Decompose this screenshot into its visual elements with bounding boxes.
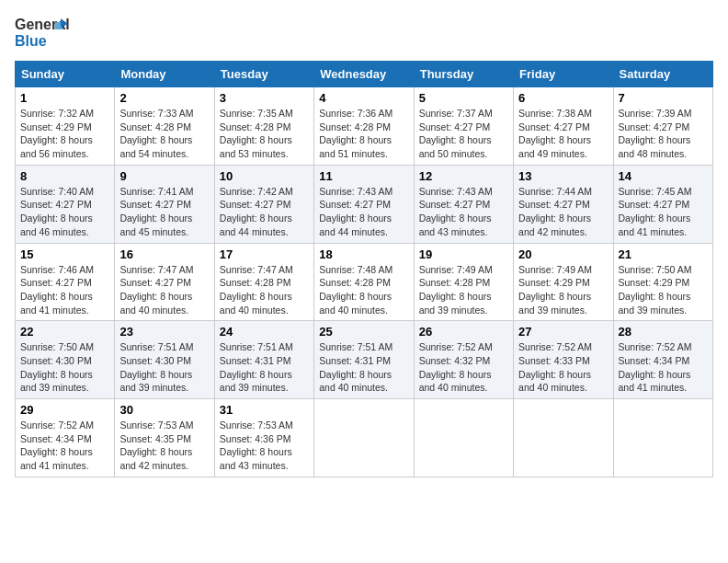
day-number: 3 <box>220 91 309 105</box>
calendar-cell: 7Sunrise: 7:39 AMSunset: 4:27 PMDaylight… <box>613 87 712 166</box>
calendar-cell: 21Sunrise: 7:50 AMSunset: 4:29 PMDayligh… <box>613 243 712 321</box>
day-number: 26 <box>419 325 508 339</box>
calendar-cell: 9Sunrise: 7:41 AMSunset: 4:27 PMDaylight… <box>115 165 214 243</box>
cell-info: Sunrise: 7:52 AMSunset: 4:34 PMDaylight:… <box>20 419 109 473</box>
day-number: 20 <box>518 247 608 261</box>
calendar-cell: 30Sunrise: 7:53 AMSunset: 4:35 PMDayligh… <box>115 399 214 477</box>
cell-info: Sunrise: 7:50 AMSunset: 4:29 PMDaylight:… <box>619 263 708 317</box>
page-header: GeneralBlue <box>15 15 713 53</box>
cell-info: Sunrise: 7:51 AMSunset: 4:31 PMDaylight:… <box>319 340 408 395</box>
day-number: 18 <box>319 247 408 261</box>
cell-info: Sunrise: 7:51 AMSunset: 4:30 PMDaylight:… <box>119 340 209 395</box>
day-number: 25 <box>319 325 408 339</box>
cell-info: Sunrise: 7:52 AMSunset: 4:32 PMDaylight:… <box>419 340 508 395</box>
day-number: 11 <box>319 169 408 183</box>
day-number: 30 <box>119 403 209 417</box>
day-of-week-header: Sunday <box>16 62 115 87</box>
cell-info: Sunrise: 7:43 AMSunset: 4:27 PMDaylight:… <box>319 185 408 239</box>
day-number: 7 <box>619 91 708 105</box>
calendar-cell: 28Sunrise: 7:52 AMSunset: 4:34 PMDayligh… <box>613 321 712 399</box>
cell-info: Sunrise: 7:43 AMSunset: 4:27 PMDaylight:… <box>419 185 508 239</box>
cell-info: Sunrise: 7:48 AMSunset: 4:28 PMDaylight:… <box>319 263 408 317</box>
day-of-week-header: Friday <box>514 62 613 87</box>
calendar-cell: 31Sunrise: 7:53 AMSunset: 4:36 PMDayligh… <box>214 399 313 477</box>
day-number: 15 <box>20 247 109 261</box>
day-number: 14 <box>619 169 708 183</box>
day-number: 21 <box>619 247 708 261</box>
day-number: 17 <box>220 247 309 261</box>
calendar-week-row: 15Sunrise: 7:46 AMSunset: 4:27 PMDayligh… <box>16 243 713 321</box>
day-number: 22 <box>20 325 109 339</box>
calendar-cell: 2Sunrise: 7:33 AMSunset: 4:28 PMDaylight… <box>115 87 214 166</box>
day-number: 12 <box>419 169 508 183</box>
cell-info: Sunrise: 7:45 AMSunset: 4:27 PMDaylight:… <box>619 185 708 239</box>
calendar-cell: 22Sunrise: 7:50 AMSunset: 4:30 PMDayligh… <box>16 321 115 399</box>
cell-info: Sunrise: 7:33 AMSunset: 4:28 PMDaylight:… <box>119 107 209 161</box>
calendar-cell: 16Sunrise: 7:47 AMSunset: 4:27 PMDayligh… <box>115 243 214 321</box>
calendar-cell: 26Sunrise: 7:52 AMSunset: 4:32 PMDayligh… <box>414 321 513 399</box>
cell-info: Sunrise: 7:52 AMSunset: 4:33 PMDaylight:… <box>518 340 608 395</box>
calendar-week-row: 8Sunrise: 7:40 AMSunset: 4:27 PMDaylight… <box>16 165 713 243</box>
cell-info: Sunrise: 7:49 AMSunset: 4:28 PMDaylight:… <box>419 263 508 317</box>
day-of-week-header: Monday <box>115 62 214 87</box>
calendar-cell: 5Sunrise: 7:37 AMSunset: 4:27 PMDaylight… <box>414 87 513 166</box>
calendar-cell: 8Sunrise: 7:40 AMSunset: 4:27 PMDaylight… <box>16 165 115 243</box>
day-number: 6 <box>518 91 608 105</box>
logo: GeneralBlue <box>15 15 70 53</box>
calendar-cell: 20Sunrise: 7:49 AMSunset: 4:29 PMDayligh… <box>514 243 613 321</box>
cell-info: Sunrise: 7:53 AMSunset: 4:36 PMDaylight:… <box>220 419 309 473</box>
cell-info: Sunrise: 7:37 AMSunset: 4:27 PMDaylight:… <box>419 107 508 161</box>
calendar-week-row: 22Sunrise: 7:50 AMSunset: 4:30 PMDayligh… <box>16 321 713 399</box>
calendar-week-row: 29Sunrise: 7:52 AMSunset: 4:34 PMDayligh… <box>16 399 713 477</box>
day-number: 8 <box>20 169 109 183</box>
day-number: 9 <box>119 169 209 183</box>
cell-info: Sunrise: 7:52 AMSunset: 4:34 PMDaylight:… <box>619 340 708 395</box>
calendar-cell: 29Sunrise: 7:52 AMSunset: 4:34 PMDayligh… <box>16 399 115 477</box>
cell-info: Sunrise: 7:53 AMSunset: 4:35 PMDaylight:… <box>119 419 209 473</box>
day-number: 5 <box>419 91 508 105</box>
day-number: 16 <box>119 247 209 261</box>
day-number: 1 <box>20 91 109 105</box>
calendar-cell: 23Sunrise: 7:51 AMSunset: 4:30 PMDayligh… <box>115 321 214 399</box>
calendar-table: SundayMondayTuesdayWednesdayThursdayFrid… <box>15 61 713 477</box>
calendar-cell <box>613 399 712 477</box>
cell-info: Sunrise: 7:47 AMSunset: 4:27 PMDaylight:… <box>119 263 209 317</box>
day-number: 2 <box>119 91 209 105</box>
cell-info: Sunrise: 7:44 AMSunset: 4:27 PMDaylight:… <box>518 185 608 239</box>
day-number: 27 <box>518 325 608 339</box>
day-number: 4 <box>319 91 408 105</box>
day-number: 28 <box>619 325 708 339</box>
cell-info: Sunrise: 7:38 AMSunset: 4:27 PMDaylight:… <box>518 107 608 161</box>
cell-info: Sunrise: 7:51 AMSunset: 4:31 PMDaylight:… <box>220 340 309 395</box>
calendar-cell: 13Sunrise: 7:44 AMSunset: 4:27 PMDayligh… <box>514 165 613 243</box>
cell-info: Sunrise: 7:32 AMSunset: 4:29 PMDaylight:… <box>20 107 109 161</box>
day-number: 29 <box>20 403 109 417</box>
day-of-week-header: Wednesday <box>314 62 414 87</box>
cell-info: Sunrise: 7:36 AMSunset: 4:28 PMDaylight:… <box>319 107 408 161</box>
calendar-header-row: SundayMondayTuesdayWednesdayThursdayFrid… <box>16 62 713 87</box>
day-of-week-header: Saturday <box>613 62 712 87</box>
day-of-week-header: Thursday <box>414 62 513 87</box>
calendar-cell: 1Sunrise: 7:32 AMSunset: 4:29 PMDaylight… <box>16 87 115 166</box>
cell-info: Sunrise: 7:35 AMSunset: 4:28 PMDaylight:… <box>220 107 309 161</box>
day-number: 23 <box>119 325 209 339</box>
calendar-cell: 25Sunrise: 7:51 AMSunset: 4:31 PMDayligh… <box>314 321 414 399</box>
cell-info: Sunrise: 7:47 AMSunset: 4:28 PMDaylight:… <box>220 263 309 317</box>
calendar-cell: 15Sunrise: 7:46 AMSunset: 4:27 PMDayligh… <box>16 243 115 321</box>
svg-text:Blue: Blue <box>15 33 47 49</box>
calendar-cell: 12Sunrise: 7:43 AMSunset: 4:27 PMDayligh… <box>414 165 513 243</box>
day-of-week-header: Tuesday <box>214 62 313 87</box>
day-number: 13 <box>518 169 608 183</box>
day-number: 19 <box>419 247 508 261</box>
calendar-cell <box>414 399 513 477</box>
calendar-cell: 24Sunrise: 7:51 AMSunset: 4:31 PMDayligh… <box>214 321 313 399</box>
day-number: 10 <box>220 169 309 183</box>
cell-info: Sunrise: 7:50 AMSunset: 4:30 PMDaylight:… <box>20 340 109 395</box>
calendar-cell: 3Sunrise: 7:35 AMSunset: 4:28 PMDaylight… <box>214 87 313 166</box>
calendar-cell: 19Sunrise: 7:49 AMSunset: 4:28 PMDayligh… <box>414 243 513 321</box>
cell-info: Sunrise: 7:42 AMSunset: 4:27 PMDaylight:… <box>220 185 309 239</box>
cell-info: Sunrise: 7:41 AMSunset: 4:27 PMDaylight:… <box>119 185 209 239</box>
calendar-cell: 27Sunrise: 7:52 AMSunset: 4:33 PMDayligh… <box>514 321 613 399</box>
calendar-cell: 18Sunrise: 7:48 AMSunset: 4:28 PMDayligh… <box>314 243 414 321</box>
calendar-cell: 17Sunrise: 7:47 AMSunset: 4:28 PMDayligh… <box>214 243 313 321</box>
